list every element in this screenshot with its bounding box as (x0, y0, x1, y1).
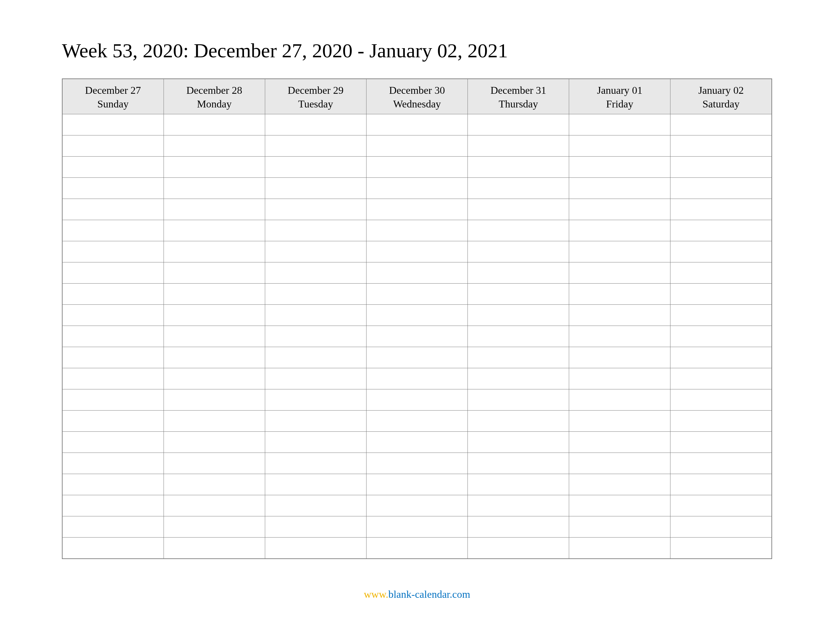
calendar-cell (265, 432, 366, 453)
calendar-cell (62, 537, 163, 559)
calendar-cell (62, 474, 163, 495)
calendar-cell (366, 157, 467, 178)
calendar-cell (468, 453, 569, 474)
calendar-cell (671, 432, 772, 453)
calendar-cell (569, 495, 671, 516)
calendar-row (62, 537, 772, 559)
calendar-row (62, 220, 772, 241)
calendar-cell (569, 410, 671, 432)
calendar-cell (468, 262, 569, 284)
calendar-cell (468, 136, 569, 157)
calendar-row (62, 241, 772, 262)
calendar-cell (569, 241, 671, 262)
calendar-cell (62, 262, 163, 284)
calendar-cell (163, 157, 265, 178)
calendar-cell (163, 262, 265, 284)
calendar-cell (468, 347, 569, 368)
calendar-cell (265, 262, 366, 284)
calendar-cell (62, 368, 163, 389)
calendar-cell (163, 199, 265, 220)
footer-domain: blank-calendar.com (388, 588, 470, 600)
calendar-cell (62, 136, 163, 157)
calendar-cell (366, 516, 467, 537)
calendar-cell (671, 537, 772, 559)
calendar-cell (468, 305, 569, 326)
calendar-cell (671, 241, 772, 262)
calendar-cell (62, 178, 163, 199)
calendar-cell (62, 199, 163, 220)
footer-link[interactable]: www.blank-calendar.com (62, 588, 772, 600)
calendar-cell (366, 220, 467, 241)
calendar-row (62, 284, 772, 305)
calendar-cell (468, 220, 569, 241)
calendar-cell (265, 305, 366, 326)
calendar-cell (569, 326, 671, 347)
calendar-cell (265, 136, 366, 157)
calendar-row (62, 199, 772, 220)
calendar-cell (62, 241, 163, 262)
calendar-cell (671, 199, 772, 220)
calendar-cell (671, 410, 772, 432)
calendar-row (62, 347, 772, 368)
calendar-row (62, 516, 772, 537)
col-header: January 02 Saturday (671, 79, 772, 114)
calendar-row (62, 136, 772, 157)
calendar-cell (366, 136, 467, 157)
calendar-header: December 27 Sunday December 28 Monday De… (62, 79, 772, 114)
calendar-cell (62, 284, 163, 305)
weekly-calendar-table: December 27 Sunday December 28 Monday De… (62, 79, 772, 559)
calendar-cell (671, 389, 772, 410)
calendar-cell (62, 347, 163, 368)
calendar-cell (366, 262, 467, 284)
calendar-cell (671, 474, 772, 495)
calendar-cell (569, 432, 671, 453)
calendar-cell (569, 368, 671, 389)
calendar-cell (671, 136, 772, 157)
calendar-row (62, 368, 772, 389)
calendar-cell (265, 241, 366, 262)
page-title: Week 53, 2020: December 27, 2020 - Janua… (62, 39, 772, 62)
calendar-cell (62, 453, 163, 474)
col-day: Saturday (672, 97, 769, 111)
calendar-cell (62, 326, 163, 347)
calendar-cell (163, 178, 265, 199)
col-day: Wednesday (369, 97, 465, 111)
col-date: December 31 (470, 84, 567, 97)
calendar-cell (265, 368, 366, 389)
calendar-cell (265, 347, 366, 368)
calendar-cell (265, 453, 366, 474)
calendar-cell (265, 178, 366, 199)
calendar-row (62, 326, 772, 347)
calendar-cell (366, 347, 467, 368)
calendar-cell (366, 305, 467, 326)
calendar-row (62, 262, 772, 284)
calendar-cell (265, 157, 366, 178)
calendar-cell (468, 537, 569, 559)
calendar-cell (671, 220, 772, 241)
calendar-cell (62, 305, 163, 326)
calendar-row (62, 474, 772, 495)
calendar-cell (265, 199, 366, 220)
calendar-cell (62, 516, 163, 537)
calendar-cell (671, 347, 772, 368)
calendar-cell (163, 410, 265, 432)
calendar-cell (163, 432, 265, 453)
calendar-cell (569, 220, 671, 241)
calendar-cell (569, 178, 671, 199)
calendar-cell (163, 368, 265, 389)
calendar-cell (366, 178, 467, 199)
calendar-cell (468, 178, 569, 199)
calendar-cell (62, 157, 163, 178)
calendar-cell (62, 495, 163, 516)
calendar-cell (265, 537, 366, 559)
calendar-cell (163, 474, 265, 495)
col-day: Friday (571, 97, 668, 111)
calendar-cell (62, 410, 163, 432)
col-header: January 01 Friday (569, 79, 671, 114)
calendar-cell (569, 474, 671, 495)
calendar-cell (468, 326, 569, 347)
calendar-cell (468, 114, 569, 136)
calendar-cell (265, 389, 366, 410)
calendar-row (62, 114, 772, 136)
calendar-cell (366, 537, 467, 559)
